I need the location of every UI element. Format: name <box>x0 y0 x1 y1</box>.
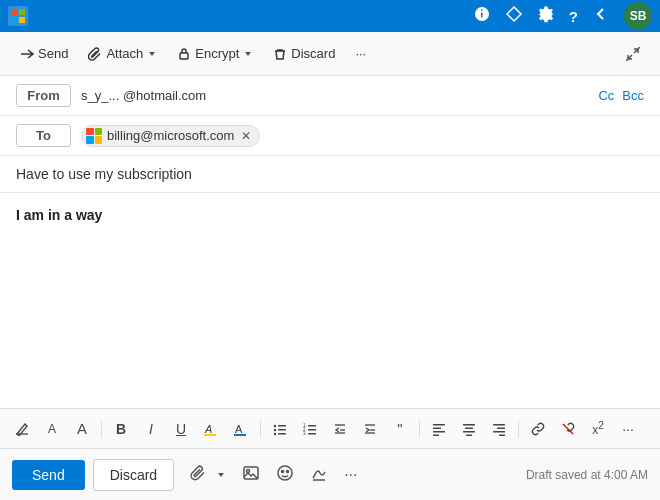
format-sep-1 <box>101 420 102 438</box>
svg-rect-1 <box>19 9 25 15</box>
back-icon[interactable] <box>592 5 610 27</box>
send-button[interactable]: Send <box>12 460 85 490</box>
format-toolbar: A A B I U A A <box>0 408 660 448</box>
attach-chevron-icon <box>216 470 226 480</box>
insert-signature-button[interactable] <box>306 460 332 490</box>
attach-icon <box>88 47 102 61</box>
align-center-button[interactable] <box>455 415 483 443</box>
title-bar: ? SB <box>0 0 660 32</box>
highlight-button[interactable]: A <box>197 415 225 443</box>
skype-icon[interactable] <box>473 5 491 27</box>
bcc-button[interactable]: Bcc <box>622 88 644 103</box>
svg-rect-12 <box>278 425 286 427</box>
svg-point-13 <box>274 428 276 430</box>
remove-recipient-button[interactable]: ✕ <box>241 129 251 143</box>
insert-image-button[interactable] <box>238 460 264 490</box>
cc-button[interactable]: Cc <box>598 88 614 103</box>
svg-point-15 <box>274 432 276 434</box>
image-icon <box>242 464 260 482</box>
link-icon <box>531 422 545 436</box>
italic-button[interactable]: I <box>137 415 165 443</box>
font-color-icon: A <box>234 422 248 436</box>
insert-emoji-button[interactable] <box>272 460 298 490</box>
svg-rect-10 <box>234 434 246 436</box>
more-toolbar-button[interactable]: ··· <box>347 41 374 66</box>
settings-icon[interactable] <box>537 5 555 27</box>
underline-icon: U <box>176 421 186 437</box>
font-size-increase-button[interactable]: A <box>68 415 96 443</box>
svg-rect-14 <box>278 429 286 431</box>
italic-icon: I <box>149 421 153 437</box>
font-size-decrease-button[interactable]: A <box>38 415 66 443</box>
svg-rect-30 <box>433 427 441 429</box>
cc-bcc-group: Cc Bcc <box>598 88 644 103</box>
email-body[interactable]: I am in a way <box>0 193 660 408</box>
body-text: I am in a way <box>16 205 644 226</box>
microsoft-logo <box>86 128 102 144</box>
increase-indent-icon <box>363 422 377 436</box>
svg-rect-34 <box>465 427 473 429</box>
help-icon[interactable]: ? <box>569 8 578 25</box>
numbering-icon: 1.2.3. <box>303 422 317 436</box>
decrease-indent-button[interactable] <box>326 415 354 443</box>
font-color-button[interactable]: A <box>227 415 255 443</box>
svg-point-11 <box>274 424 276 426</box>
app-icon <box>8 6 28 26</box>
align-right-button[interactable] <box>485 415 513 443</box>
svg-rect-32 <box>433 434 439 436</box>
svg-rect-8 <box>204 434 216 436</box>
compose-toolbar: Send Attach Encrypt Discard ··· <box>0 32 660 76</box>
bottom-bar: Send Discard ··· Draft saved at 4:00 AM <box>0 448 660 500</box>
more-options-button[interactable]: ··· <box>340 462 361 488</box>
to-row: To billing@microsoft.com ✕ <box>0 116 660 156</box>
encrypt-toolbar-button[interactable]: Encrypt <box>169 41 261 66</box>
format-clear-button[interactable] <box>8 415 36 443</box>
insert-link-button[interactable] <box>524 415 552 443</box>
quote-button[interactable]: " <box>386 415 414 443</box>
attach-file-button[interactable] <box>186 461 210 489</box>
svg-rect-5 <box>180 53 188 59</box>
from-label: From <box>16 84 71 107</box>
subject-input[interactable] <box>16 166 644 182</box>
svg-rect-18 <box>308 425 316 427</box>
svg-rect-31 <box>433 431 445 433</box>
discard-button[interactable]: Discard <box>93 459 174 491</box>
highlight-icon: A <box>204 422 218 436</box>
svg-rect-16 <box>278 433 286 435</box>
decrease-indent-icon <box>333 422 347 436</box>
svg-rect-37 <box>493 424 505 426</box>
bold-icon: B <box>116 421 126 437</box>
numbering-button[interactable]: 1.2.3. <box>296 415 324 443</box>
draft-status: Draft saved at 4:00 AM <box>526 468 648 482</box>
svg-rect-2 <box>11 17 17 23</box>
attach-dropdown-button[interactable] <box>212 462 230 488</box>
recipient-chip[interactable]: billing@microsoft.com ✕ <box>81 125 260 147</box>
svg-marker-4 <box>507 7 521 21</box>
underline-button[interactable]: U <box>167 415 195 443</box>
more-format-button[interactable]: ··· <box>614 415 642 443</box>
title-bar-right: ? SB <box>473 2 652 30</box>
expand-icon <box>626 47 640 61</box>
bold-button[interactable]: B <box>107 415 135 443</box>
attach-toolbar-button[interactable]: Attach <box>80 41 165 66</box>
align-left-button[interactable] <box>425 415 453 443</box>
bullets-button[interactable] <box>266 415 294 443</box>
signature-icon <box>310 464 328 482</box>
quote-icon: " <box>397 421 402 436</box>
discard-toolbar-button[interactable]: Discard <box>265 41 343 66</box>
increase-indent-button[interactable] <box>356 415 384 443</box>
svg-rect-22 <box>308 433 316 435</box>
diamond-icon[interactable] <box>505 5 523 27</box>
format-sep-4 <box>518 420 519 438</box>
more-format-icon: ··· <box>622 421 634 437</box>
paperclip-icon <box>190 465 206 481</box>
send-icon <box>20 47 34 61</box>
expand-button[interactable] <box>618 42 648 66</box>
send-toolbar-button[interactable]: Send <box>12 41 76 66</box>
from-value[interactable]: s_y_... @hotmail.com <box>81 88 598 103</box>
remove-link-button[interactable] <box>554 415 582 443</box>
svg-rect-33 <box>463 424 475 426</box>
avatar[interactable]: SB <box>624 2 652 30</box>
superscript-button[interactable]: x2 <box>584 415 612 443</box>
font-a-small-icon: A <box>48 422 56 436</box>
